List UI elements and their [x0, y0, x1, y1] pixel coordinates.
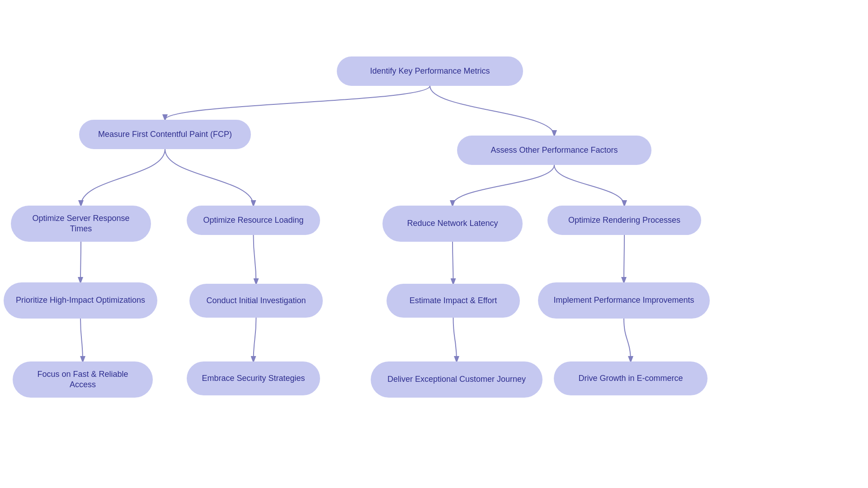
- node-deliver: Deliver Exceptional Customer Journey: [371, 361, 542, 398]
- node-conduct: Conduct Initial Investigation: [189, 284, 323, 318]
- node-opt_server: Optimize Server Response Times: [11, 206, 151, 242]
- node-root: Identify Key Performance Metrics: [337, 56, 523, 86]
- node-assess: Assess Other Performance Factors: [457, 136, 651, 165]
- node-implement: Implement Performance Improvements: [538, 282, 710, 319]
- node-opt_render: Optimize Rendering Processes: [547, 206, 701, 235]
- node-fcp: Measure First Contentful Paint (FCP): [79, 120, 251, 149]
- node-focus: Focus on Fast & Reliable Access: [13, 361, 153, 398]
- diagram-container: Identify Key Performance MetricsMeasure …: [0, 0, 868, 488]
- node-opt_resource: Optimize Resource Loading: [187, 206, 320, 235]
- node-prioritize: Prioritize High-Impact Optimizations: [4, 282, 157, 319]
- node-drive: Drive Growth in E-commerce: [554, 361, 708, 395]
- node-reduce_latency: Reduce Network Latency: [382, 206, 523, 242]
- node-estimate: Estimate Impact & Effort: [387, 284, 520, 318]
- node-embrace: Embrace Security Strategies: [187, 361, 320, 395]
